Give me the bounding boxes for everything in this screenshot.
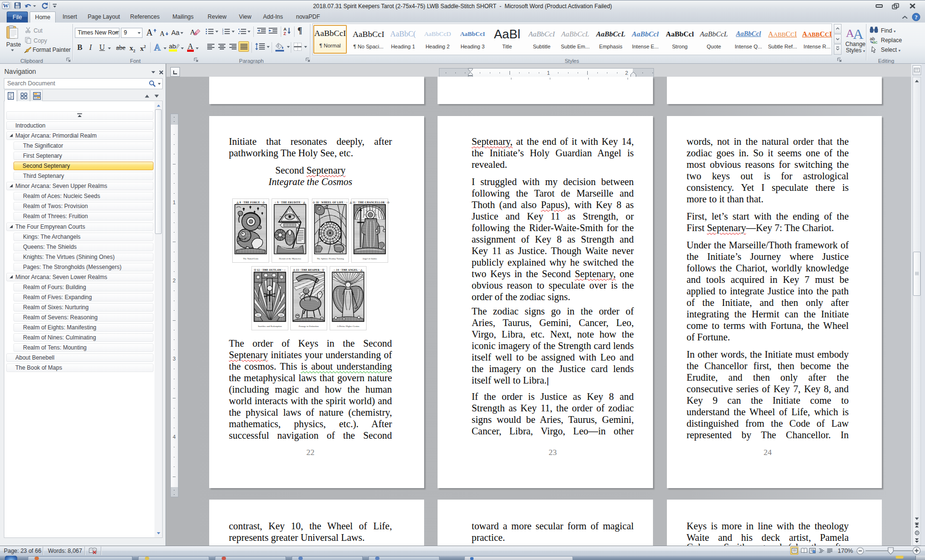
svg-text:○ 9 · THE ERUDITE · △: ○ 9 · THE ERUDITE · △ [275, 201, 306, 204]
svg-text:A: A [154, 42, 161, 52]
svg-text:3: 3 [222, 33, 224, 35]
svg-text:▽ 12 · THE OUTLAW · ○: ▽ 12 · THE OUTLAW · ○ [254, 268, 286, 271]
svg-text:A: A [146, 28, 153, 37]
svg-text:A: A [188, 42, 193, 50]
svg-text:The Tamed Lion: The Tamed Lion [243, 257, 259, 260]
svg-text:Sacrifice and Redemption: Sacrifice and Redemption [258, 325, 282, 327]
svg-text:△ 8 · THE FORCE · ◇: △ 8 · THE FORCE · ◇ [236, 201, 265, 204]
svg-text:The Sphinx: Destiny Turning: The Sphinx: Destiny Turning [317, 257, 344, 260]
svg-text:A: A [160, 30, 165, 37]
svg-text:△ 11 · THE CHANCELLOR · ◇: △ 11 · THE CHANCELLOR · ◇ [349, 201, 390, 204]
svg-text:Angel of Justice: Angel of Justice [362, 257, 377, 260]
svg-text:○ 14 · THE ANGEL · △: ○ 14 · THE ANGEL · △ [333, 268, 363, 271]
svg-text:A Divine Higher Genius: A Divine Higher Genius [337, 325, 359, 327]
svg-text:◇ 13 · THE REAPER · ▽: ◇ 13 · THE REAPER · ▽ [293, 268, 325, 271]
svg-text:Z: Z [284, 31, 286, 36]
svg-text:?: ? [915, 14, 918, 21]
svg-text:A: A [853, 26, 864, 42]
svg-text:ac: ac [873, 39, 878, 45]
svg-text:ab: ab [169, 43, 176, 50]
svg-text:Hermit of the Mysteries: Hermit of the Mysteries [279, 257, 301, 260]
svg-text:Passage to Extinction: Passage to Extinction [299, 325, 319, 327]
svg-text:W: W [3, 2, 9, 9]
svg-text:◇ 10 · WHEEL OF LIFE · ○: ◇ 10 · WHEEL OF LIFE · ○ [312, 201, 348, 204]
